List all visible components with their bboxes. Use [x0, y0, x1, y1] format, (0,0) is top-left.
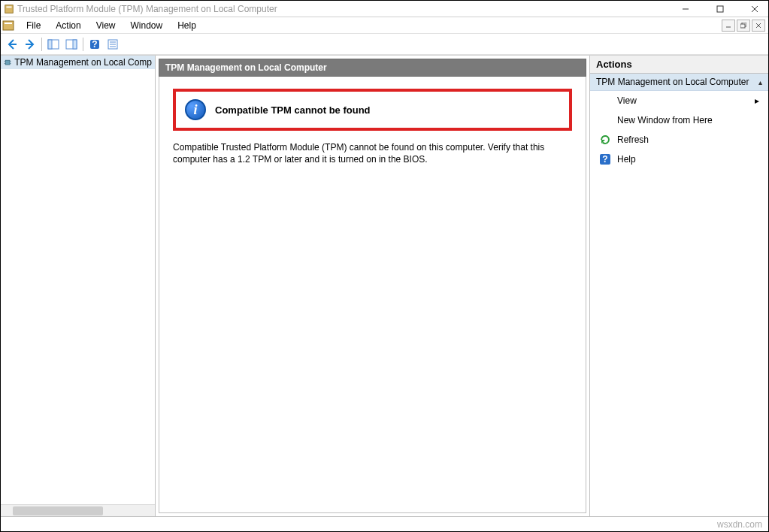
- menu-file[interactable]: File: [19, 19, 48, 32]
- tree-horizontal-scrollbar[interactable]: [1, 504, 155, 516]
- show-hide-console-tree-button[interactable]: [45, 36, 62, 53]
- app-window: Trusted Platform Module (TPM) Management…: [0, 0, 769, 532]
- minimize-button[interactable]: [675, 1, 696, 17]
- menu-window[interactable]: Window: [123, 19, 171, 32]
- action-label: Help: [617, 154, 636, 165]
- action-refresh[interactable]: Refresh: [590, 130, 768, 150]
- menu-help[interactable]: Help: [170, 19, 204, 32]
- action-help[interactable]: ? Help: [590, 150, 768, 169]
- mdi-restore-button[interactable]: [737, 20, 750, 32]
- menu-view[interactable]: View: [89, 19, 123, 32]
- svg-rect-6: [3, 21, 14, 30]
- svg-rect-0: [5, 5, 14, 13]
- alert-title: Compatible TPM cannot be found: [215, 104, 371, 116]
- refresh-icon: [599, 134, 611, 146]
- content-body: i Compatible TPM cannot be found Compati…: [159, 77, 586, 513]
- svg-text:?: ?: [92, 39, 97, 50]
- action-label: View: [617, 95, 637, 106]
- chip-icon: [4, 57, 11, 68]
- menu-action[interactable]: Action: [48, 19, 88, 32]
- main-body: TPM Management on Local Comp TPM Managem…: [1, 55, 768, 516]
- svg-rect-16: [73, 40, 77, 49]
- titlebar: Trusted Platform Module (TPM) Management…: [1, 1, 768, 17]
- blank-icon: [599, 95, 611, 107]
- toolbar-separator: [83, 38, 83, 51]
- app-icon: [4, 4, 14, 14]
- actions-pane: Actions TPM Management on Local Computer…: [590, 56, 768, 516]
- help-button[interactable]: ?: [86, 36, 103, 53]
- close-button[interactable]: [744, 1, 765, 17]
- actions-group-title[interactable]: TPM Management on Local Computer ▴: [590, 74, 768, 91]
- mmc-icon: [2, 20, 14, 32]
- show-hide-action-pane-button[interactable]: [63, 36, 80, 53]
- watermark: wsxdn.com: [717, 519, 762, 530]
- alert-description: Compatible Trusted Platform Module (TPM)…: [173, 141, 564, 165]
- svg-rect-3: [717, 6, 723, 12]
- scrollbar-thumb[interactable]: [13, 506, 103, 515]
- mdi-controls: [722, 20, 767, 32]
- toolbar-separator: [41, 38, 42, 51]
- collapse-arrow-icon: ▴: [758, 78, 762, 86]
- actions-group-label: TPM Management on Local Computer: [596, 77, 749, 87]
- window-title: Trusted Platform Module (TPM) Management…: [17, 4, 675, 14]
- properties-button[interactable]: [104, 36, 121, 53]
- mdi-minimize-button[interactable]: [722, 20, 735, 32]
- mdi-close-button[interactable]: [752, 20, 765, 32]
- action-view[interactable]: View ▸: [590, 91, 768, 110]
- window-controls: [675, 1, 765, 17]
- svg-rect-23: [5, 60, 10, 65]
- help-icon: ?: [599, 153, 611, 165]
- svg-rect-14: [48, 40, 52, 49]
- action-label: Refresh: [617, 135, 649, 145]
- tpm-not-found-alert: i Compatible TPM cannot be found: [173, 89, 572, 131]
- content-header: TPM Management on Local Computer: [159, 59, 586, 77]
- action-label: New Window from Here: [617, 115, 713, 125]
- statusbar: wsxdn.com: [1, 516, 768, 531]
- back-button[interactable]: [4, 36, 20, 53]
- actions-body: TPM Management on Local Computer ▴ View …: [590, 74, 768, 516]
- info-icon: i: [185, 99, 206, 120]
- svg-text:?: ?: [602, 154, 607, 165]
- submenu-arrow-icon: ▸: [755, 95, 759, 106]
- toolbar: ?: [1, 34, 768, 55]
- tree-node-tpm-management[interactable]: TPM Management on Local Comp: [1, 56, 155, 69]
- svg-rect-1: [7, 6, 12, 8]
- forward-button[interactable]: [22, 36, 38, 53]
- svg-rect-10: [740, 24, 745, 28]
- blank-icon: [599, 114, 611, 126]
- menubar: File Action View Window Help: [1, 17, 768, 34]
- console-tree-pane: TPM Management on Local Comp: [1, 56, 156, 516]
- maximize-button[interactable]: [710, 1, 731, 17]
- action-new-window[interactable]: New Window from Here: [590, 110, 768, 130]
- svg-rect-7: [5, 23, 12, 24]
- tree-node-label: TPM Management on Local Comp: [14, 57, 152, 68]
- content-pane: TPM Management on Local Computer i Compa…: [156, 56, 590, 516]
- actions-header: Actions: [590, 56, 768, 74]
